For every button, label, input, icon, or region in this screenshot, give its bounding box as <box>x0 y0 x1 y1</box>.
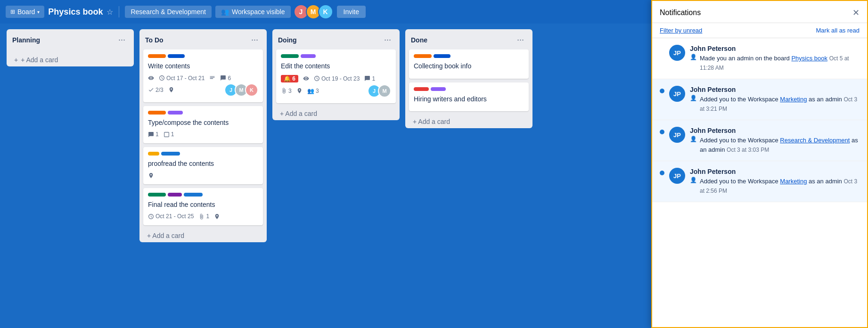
card-hiring-writers[interactable]: Hiring writers and editors <box>409 82 529 112</box>
board-title: Physics book <box>48 7 103 17</box>
card-type-compose[interactable]: Type/compose the contents 1 1 <box>143 106 263 144</box>
notif-link-3[interactable]: Research & Development <box>780 137 850 144</box>
notif-link-1[interactable]: Physics book <box>791 55 827 62</box>
notif-content-1: 👤 Made you an admin on the board Physics… <box>690 54 860 72</box>
card-subtask-icon: 1 <box>164 131 174 138</box>
notification-item-2[interactable]: JP John Peterson 👤 Added you to the Work… <box>652 79 867 120</box>
label-orange <box>148 111 166 115</box>
card-meta: 1 1 <box>148 131 258 138</box>
column-doing-cards: Edit the contents 🔔 6 Oct 19 - Oct 23 <box>272 49 400 107</box>
column-planning-title: Planning <box>12 36 40 44</box>
label-green <box>148 193 166 197</box>
notif-person-icon-1: 👤 <box>690 54 697 60</box>
card-attach: 3 <box>281 88 292 94</box>
card-avatar-2: M <box>378 84 391 98</box>
card-proofread[interactable]: proofread the contents <box>143 147 263 184</box>
notif-text-4: Added you to the Workspace Marketing as … <box>700 177 860 195</box>
notif-body-1: John Peterson 👤 Made you an admin on the… <box>690 45 860 72</box>
card-title: Type/compose the contents <box>148 118 258 128</box>
add-card-planning-button[interactable]: + + Add a card <box>10 53 130 66</box>
label-purple <box>301 54 316 58</box>
add-card-doing-button[interactable]: + Add a card <box>276 107 396 120</box>
column-todo-menu[interactable]: ··· <box>248 34 261 46</box>
label-blue <box>434 54 450 58</box>
card-meta-2: 2/3 J M K <box>148 83 258 97</box>
notif-time-3: Oct 3 at 3:03 PM <box>727 147 769 153</box>
notifications-actions: Filter by unread Mark all as read <box>652 23 867 38</box>
label-purple <box>168 193 182 197</box>
card-title: Final read the contents <box>148 200 258 210</box>
add-card-done-button[interactable]: + Add a card <box>409 115 529 128</box>
notifications-header: Notifications ✕ <box>652 1 867 23</box>
notif-text-2: Added you to the Workspace Marketing as … <box>700 95 860 113</box>
column-done-title: Done <box>411 36 427 44</box>
column-doing-title: Doing <box>278 36 297 44</box>
card-comments: 1 <box>364 75 375 82</box>
notifications-list: JP John Peterson 👤 Made you an admin on … <box>652 38 867 327</box>
notification-item-3[interactable]: JP John Peterson 👤 Added you to the Work… <box>652 120 867 161</box>
unread-dot-2 <box>660 89 664 93</box>
card-clock: Oct 21 - Oct 25 <box>148 213 194 220</box>
notif-person-1: John Peterson <box>690 45 860 52</box>
avatar-3[interactable]: K <box>318 4 333 19</box>
card-attachment: 1 <box>198 213 209 220</box>
board-menu-button[interactable]: ⊞ Board ▾ <box>6 6 44 18</box>
add-card-todo-button[interactable]: + Add a card <box>143 229 263 242</box>
column-planning-header: Planning ··· <box>7 29 134 49</box>
card-meta: 🔔 6 Oct 19 - Oct 23 1 <box>281 75 391 82</box>
chevron-down-icon: ▾ <box>37 9 40 15</box>
notif-text-1: Made you an admin on the board Physics b… <box>700 54 860 72</box>
filter-unread-button[interactable]: Filter by unread <box>660 27 702 34</box>
notifications-close-button[interactable]: ✕ <box>852 8 860 18</box>
label-yellow <box>148 152 159 156</box>
notif-person-icon-3: 👤 <box>690 136 697 142</box>
label-orange <box>414 54 432 58</box>
label-blue <box>168 54 185 58</box>
card-location2 <box>214 213 220 220</box>
card-final-read[interactable]: Final read the contents Oct 21 - Oct 25 … <box>143 188 263 226</box>
notification-item-1[interactable]: JP John Peterson 👤 Made you an admin on … <box>652 38 867 79</box>
workspace-icon: 👥 <box>221 8 229 16</box>
member-avatars: J M K <box>296 4 333 19</box>
mark-all-read-button[interactable]: Mark all as read <box>816 27 860 34</box>
notif-text-3: Added you to the Workspace Research & De… <box>700 136 860 154</box>
card-eye-icon <box>148 75 154 81</box>
card-labels <box>414 87 524 91</box>
label-blue <box>161 152 180 156</box>
card-collecting-book-info[interactable]: Collecting book info <box>409 49 529 79</box>
star-button[interactable]: ☆ <box>106 8 113 16</box>
column-todo-title: To Do <box>145 36 164 44</box>
column-planning-menu[interactable]: ··· <box>115 34 128 46</box>
card-title: Hiring writers and editors <box>414 95 524 104</box>
notif-link-4[interactable]: Marketing <box>780 178 807 185</box>
unread-dot-4 <box>660 171 664 175</box>
add-card-planning-label: + Add a card <box>21 56 58 64</box>
card-write-contents[interactable]: Write contents Oct 17 - Oct 21 6 <box>143 49 263 102</box>
column-doing: Doing ··· Edit the contents 🔔 6 <box>272 29 400 120</box>
card-meta: Oct 21 - Oct 25 1 <box>148 213 258 220</box>
label-green <box>281 54 299 58</box>
card-title: Edit the contents <box>281 62 391 71</box>
card-edit-contents[interactable]: Edit the contents 🔔 6 Oct 19 - Oct 23 <box>276 49 396 103</box>
column-planning-cards <box>7 49 134 53</box>
research-development-button[interactable]: Research & Development <box>125 6 212 18</box>
notif-link-2[interactable]: Marketing <box>780 96 807 103</box>
workspace-visible-button[interactable]: 👥 Workspace visible <box>215 6 291 18</box>
notif-content-2: 👤 Added you to the Workspace Marketing a… <box>690 95 860 113</box>
card-labels <box>148 111 258 115</box>
board-grid-icon: ⊞ <box>10 8 15 15</box>
column-doing-header: Doing ··· <box>272 29 400 49</box>
card-desc-icon <box>209 75 215 81</box>
card-meta: Oct 17 - Oct 21 6 <box>148 75 258 82</box>
notification-item-4[interactable]: JP John Peterson 👤 Added you to the Work… <box>652 161 867 202</box>
column-doing-menu[interactable]: ··· <box>381 34 394 46</box>
notif-body-3: John Peterson 👤 Added you to the Workspa… <box>690 127 860 154</box>
column-todo-cards: Write contents Oct 17 - Oct 21 6 <box>139 49 267 229</box>
card-location <box>296 88 303 94</box>
card-title: Write contents <box>148 62 258 71</box>
invite-button[interactable]: Invite <box>337 6 366 18</box>
card-labels <box>148 152 258 156</box>
column-done-menu[interactable]: ··· <box>514 34 527 46</box>
card-location <box>168 87 174 93</box>
notif-avatar-3: JP <box>669 127 685 143</box>
